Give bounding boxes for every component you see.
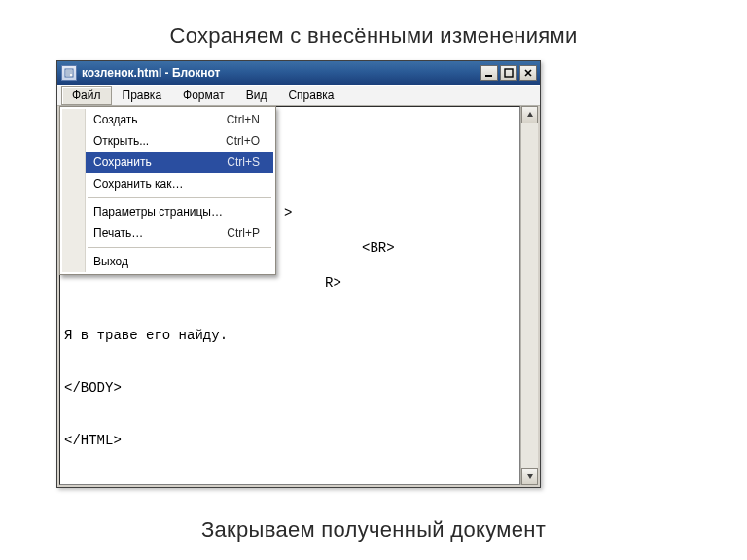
menu-item-label: Выход	[93, 255, 260, 268]
menu-help[interactable]: Справка	[277, 86, 344, 105]
menu-separator	[88, 247, 271, 248]
menu-item-new[interactable]: Создать Ctrl+N	[86, 109, 273, 130]
scroll-up-icon[interactable]	[521, 106, 538, 123]
menu-item-print[interactable]: Печать… Ctrl+P	[86, 223, 273, 244]
minimize-button[interactable]	[480, 65, 498, 81]
document-line: </HTML>	[64, 432, 228, 449]
visible-line-fragment: R>	[325, 274, 341, 292]
menu-edit[interactable]: Правка	[112, 86, 173, 105]
menu-item-save[interactable]: Сохранить Ctrl+S	[86, 152, 273, 173]
svg-rect-4	[485, 75, 492, 77]
menu-item-label: Печать…	[93, 227, 227, 240]
menu-item-label: Сохранить как…	[93, 177, 260, 191]
vertical-scrollbar[interactable]	[520, 106, 538, 485]
close-button[interactable]	[519, 65, 537, 81]
visible-line-fragment: >	[284, 204, 292, 222]
menu-item-label: Сохранить	[93, 156, 227, 169]
svg-rect-5	[505, 69, 513, 77]
menu-item-shortcut: Ctrl+O	[226, 134, 260, 148]
menu-file[interactable]: Файл	[61, 86, 112, 105]
menu-view[interactable]: Вид	[235, 86, 278, 105]
slide-caption-top: Сохраняем с внесёнными изменениями	[0, 0, 747, 49]
menu-item-shortcut: Ctrl+P	[227, 227, 260, 240]
scroll-down-icon[interactable]	[521, 468, 538, 485]
menu-item-shortcut: Ctrl+N	[227, 113, 260, 126]
menu-item-label: Открыть...	[93, 134, 226, 148]
document-line: </BODY>	[64, 379, 228, 397]
visible-line-fragment: <BR>	[362, 239, 395, 257]
maximize-button[interactable]	[500, 65, 517, 81]
notepad-icon	[61, 65, 77, 81]
menu-item-shortcut: Ctrl+S	[227, 156, 260, 169]
menu-format[interactable]: Формат	[172, 86, 235, 105]
menubar: Файл Правка Формат Вид Справка	[57, 85, 540, 106]
menu-item-exit[interactable]: Выход	[86, 251, 273, 272]
titlebar: козленок.html - Блокнот	[57, 61, 540, 85]
menu-separator	[88, 197, 271, 198]
menu-item-save-as[interactable]: Сохранить как…	[86, 173, 273, 194]
svg-marker-8	[527, 112, 533, 117]
slide-caption-bottom: Закрываем полученный документ	[0, 517, 747, 542]
document-line: Я в траве его найду.	[64, 327, 228, 344]
menu-item-label: Создать	[93, 113, 227, 126]
svg-marker-9	[527, 474, 533, 479]
menu-item-open[interactable]: Открыть... Ctrl+O	[86, 130, 273, 152]
file-dropdown-menu: Создать Ctrl+N Открыть... Ctrl+O Сохрани…	[59, 106, 276, 275]
window-title: козленок.html - Блокнот	[82, 66, 479, 80]
dropdown-gutter	[62, 109, 86, 272]
menu-item-label: Параметры страницы…	[93, 205, 260, 219]
menu-item-page-setup[interactable]: Параметры страницы…	[86, 201, 273, 223]
scroll-track[interactable]	[521, 123, 538, 468]
